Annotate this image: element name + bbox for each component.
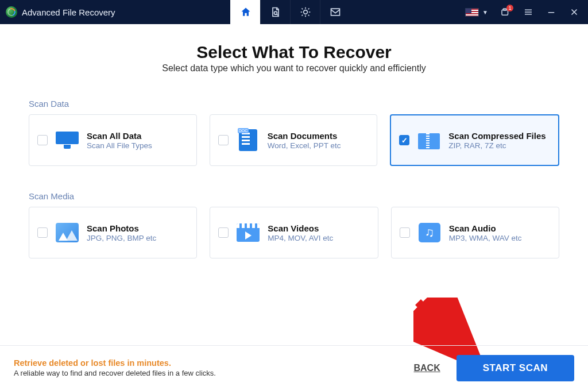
card-subtitle: JPG, PNG, BMP etc [87, 234, 156, 242]
card-title: Scan Photos [87, 223, 156, 233]
search-doc-icon [270, 6, 281, 18]
card-scan-documents[interactable]: Scan Documents Word, Excel, PPT etc [210, 114, 378, 166]
zip-folder-icon [417, 129, 440, 152]
card-title: Scan Documents [268, 131, 341, 141]
card-scan-audio[interactable]: Scan Audio MP3, WMA, WAV etc [391, 207, 559, 258]
home-tab[interactable] [230, 0, 260, 24]
checkbox-scan-compressed-files[interactable] [399, 135, 409, 145]
page-subtitle: Select data type which you want to recov… [29, 63, 559, 74]
footer-subtext: A reliable way to find and recover delet… [14, 369, 216, 377]
monitor-icon [56, 129, 79, 152]
app-logo-icon [6, 6, 17, 18]
page-title: Select What To Recover [29, 43, 559, 62]
language-flag-icon[interactable] [465, 8, 479, 17]
card-title: Scan Videos [268, 223, 333, 233]
gear-icon [300, 6, 311, 18]
section-label-scan-data: Scan Data [29, 99, 559, 109]
card-scan-all-data[interactable]: Scan All Data Scan All File Types [29, 114, 197, 166]
checkbox-scan-all-data[interactable] [37, 135, 48, 145]
menu-button[interactable] [518, 0, 539, 24]
hamburger-icon [523, 7, 533, 17]
notifications-button[interactable]: 1 [495, 0, 516, 24]
video-icon [237, 221, 260, 244]
document-icon [237, 129, 260, 152]
card-subtitle: MP3, WMA, WAV etc [449, 234, 522, 242]
checkbox-scan-videos[interactable] [218, 227, 229, 238]
notification-badge: 1 [506, 5, 513, 11]
close-icon [569, 7, 579, 17]
checkbox-scan-documents[interactable] [218, 135, 229, 145]
settings-tab[interactable] [290, 0, 320, 24]
card-subtitle: Word, Excel, PPT etc [268, 141, 341, 150]
minimize-icon [546, 7, 556, 17]
chevron-down-icon[interactable]: ▼ [482, 9, 488, 16]
titlebar: Advanced File Recovery ▼ 1 [0, 0, 588, 24]
start-scan-button[interactable]: START SCAN [457, 355, 574, 381]
feedback-tab[interactable] [320, 0, 350, 24]
footer: Retrieve deleted or lost files in minute… [0, 345, 588, 390]
home-icon [240, 6, 252, 18]
card-title: Scan Audio [449, 223, 522, 233]
mail-icon [330, 6, 341, 18]
footer-headline: Retrieve deleted or lost files in minute… [14, 358, 216, 368]
photo-icon [56, 221, 79, 244]
checkbox-scan-photos[interactable] [37, 227, 48, 238]
svg-point-0 [274, 11, 277, 14]
app-title: Advanced File Recovery [22, 7, 115, 17]
close-button[interactable] [564, 0, 585, 24]
section-label-scan-media: Scan Media [29, 191, 559, 201]
checkbox-scan-audio[interactable] [400, 227, 410, 238]
card-scan-videos[interactable]: Scan Videos MP4, MOV, AVI etc [210, 207, 378, 258]
card-scan-compressed-files[interactable]: Scan Compressed Files ZIP, RAR, 7Z etc [390, 114, 559, 166]
back-button[interactable]: BACK [413, 363, 440, 373]
card-subtitle: ZIP, RAR, 7Z etc [448, 141, 546, 150]
card-subtitle: Scan All File Types [87, 141, 152, 150]
audio-icon [418, 221, 441, 244]
card-subtitle: MP4, MOV, AVI etc [268, 234, 333, 242]
svg-line-4 [418, 302, 465, 350]
card-title: Scan Compressed Files [448, 131, 546, 141]
svg-rect-1 [331, 9, 339, 16]
card-scan-photos[interactable]: Scan Photos JPG, PNG, BMP etc [29, 207, 197, 258]
search-tab[interactable] [260, 0, 290, 24]
minimize-button[interactable] [541, 0, 562, 24]
card-title: Scan All Data [87, 131, 152, 141]
